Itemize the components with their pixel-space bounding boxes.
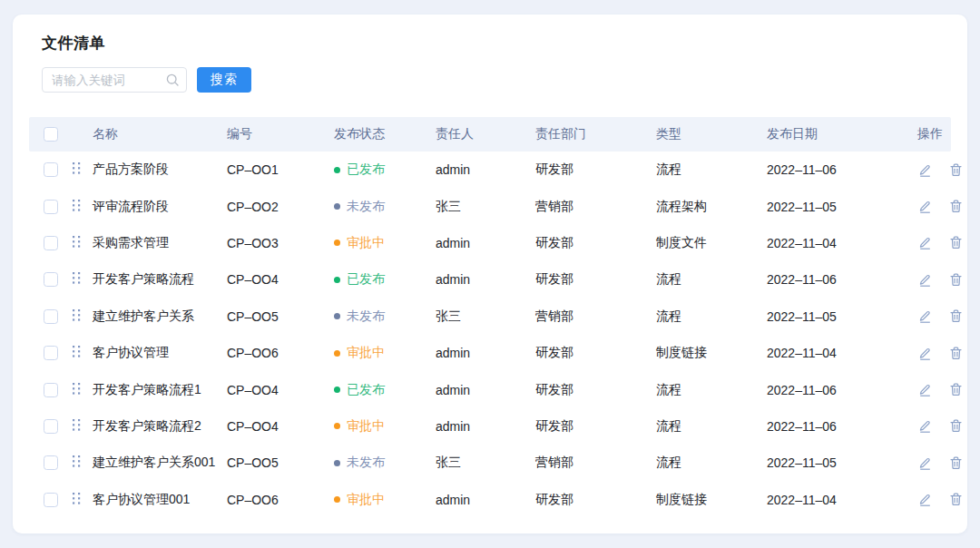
row-checkbox-cell bbox=[29, 383, 73, 397]
delete-button[interactable] bbox=[948, 235, 964, 250]
status-dot-icon bbox=[334, 496, 340, 503]
edit-button[interactable] bbox=[917, 235, 933, 250]
edit-button[interactable] bbox=[917, 199, 933, 214]
row-checkbox[interactable] bbox=[44, 162, 58, 177]
row-drag-cell bbox=[73, 200, 93, 214]
doc-name: 评审流程阶段 bbox=[93, 199, 227, 215]
doc-owner: 张三 bbox=[436, 308, 535, 325]
drag-handle-icon[interactable] bbox=[73, 383, 81, 395]
delete-button[interactable] bbox=[948, 308, 964, 324]
edit-button[interactable] bbox=[917, 346, 933, 361]
delete-button[interactable] bbox=[948, 162, 964, 178]
drag-handle-icon[interactable] bbox=[73, 200, 81, 211]
doc-owner: admin bbox=[436, 162, 535, 177]
doc-department: 营销部 bbox=[535, 199, 656, 215]
edit-button[interactable] bbox=[917, 382, 933, 397]
status-badge: 审批中 bbox=[334, 492, 436, 508]
row-drag-cell bbox=[73, 236, 93, 250]
drag-handle-icon[interactable] bbox=[73, 162, 81, 174]
delete-button[interactable] bbox=[948, 382, 964, 397]
edit-button[interactable] bbox=[917, 308, 933, 324]
status-badge: 已发布 bbox=[334, 161, 436, 178]
status-label: 未发布 bbox=[347, 199, 385, 215]
delete-button[interactable] bbox=[948, 455, 964, 471]
edit-pencil-icon bbox=[917, 346, 933, 361]
row-checkbox-cell bbox=[29, 419, 73, 434]
doc-department: 研发部 bbox=[535, 161, 656, 178]
edit-button[interactable] bbox=[917, 455, 933, 471]
select-all-checkbox[interactable] bbox=[44, 127, 58, 142]
row-checkbox[interactable] bbox=[44, 493, 58, 507]
status-label: 审批中 bbox=[347, 492, 385, 508]
doc-code: CP–OO4 bbox=[227, 383, 334, 397]
row-actions bbox=[894, 199, 964, 214]
row-checkbox[interactable] bbox=[44, 200, 58, 214]
doc-owner: 张三 bbox=[436, 199, 535, 215]
doc-department: 研发部 bbox=[535, 382, 656, 398]
row-checkbox[interactable] bbox=[44, 309, 58, 324]
edit-button[interactable] bbox=[917, 162, 933, 178]
edit-pencil-icon bbox=[917, 455, 933, 471]
drag-handle-icon[interactable] bbox=[73, 346, 81, 357]
delete-button[interactable] bbox=[948, 418, 964, 434]
doc-date: 2022–11–05 bbox=[767, 309, 894, 324]
delete-button[interactable] bbox=[948, 346, 964, 361]
drag-handle-icon[interactable] bbox=[73, 455, 81, 467]
drag-handle-icon[interactable] bbox=[73, 493, 81, 504]
delete-button[interactable] bbox=[948, 492, 964, 507]
delete-button[interactable] bbox=[948, 199, 964, 214]
row-drag-cell bbox=[73, 419, 93, 434]
doc-code: CP–OO2 bbox=[227, 200, 334, 214]
trash-icon bbox=[948, 346, 964, 361]
doc-code: CP–OO6 bbox=[227, 346, 334, 360]
doc-department: 研发部 bbox=[535, 235, 656, 251]
row-checkbox[interactable] bbox=[44, 272, 58, 287]
drag-handle-icon[interactable] bbox=[73, 419, 81, 431]
row-checkbox[interactable] bbox=[44, 455, 58, 470]
status-badge: 已发布 bbox=[334, 382, 436, 398]
doc-name: 产品方案阶段 bbox=[93, 161, 227, 178]
drag-handle-icon[interactable] bbox=[73, 236, 81, 248]
row-checkbox[interactable] bbox=[44, 346, 58, 360]
status-dot-icon bbox=[334, 167, 340, 173]
edit-button[interactable] bbox=[917, 418, 933, 434]
table-row: 客户协议管理 CP–OO6 审批中 admin 研发部 制度链接 2022–11… bbox=[29, 335, 951, 371]
table-row: 建立维护客户关系001 CP–OO5 未发布 张三 营销部 流程 2022–11… bbox=[29, 445, 951, 481]
status-dot-icon bbox=[334, 350, 340, 357]
doc-code: CP–OO5 bbox=[227, 455, 334, 470]
row-drag-cell bbox=[73, 272, 93, 287]
search-button[interactable]: 搜索 bbox=[197, 67, 251, 93]
drag-handle-icon[interactable] bbox=[73, 309, 81, 321]
row-checkbox[interactable] bbox=[44, 419, 58, 434]
row-actions bbox=[894, 418, 964, 434]
doc-type: 流程 bbox=[656, 382, 767, 398]
row-actions bbox=[894, 492, 964, 507]
row-drag-cell bbox=[73, 309, 93, 324]
doc-date: 2022–11–04 bbox=[767, 236, 894, 250]
doc-type: 制度链接 bbox=[656, 345, 767, 361]
doc-date: 2022–11–05 bbox=[767, 200, 894, 214]
doc-name: 开发客户策略流程 bbox=[93, 271, 227, 288]
status-dot-icon bbox=[334, 240, 340, 246]
row-checkbox-cell bbox=[29, 346, 73, 360]
col-name: 名称 bbox=[93, 126, 227, 142]
table-header-row: 名称 编号 发布状态 责任人 责任部门 类型 发布日期 操作 bbox=[29, 117, 951, 152]
delete-button[interactable] bbox=[948, 272, 964, 288]
edit-button[interactable] bbox=[917, 492, 933, 507]
row-checkbox[interactable] bbox=[44, 383, 58, 397]
table-body: 产品方案阶段 CP–OO1 已发布 admin 研发部 流程 2022–11–0… bbox=[29, 152, 951, 518]
file-list-card: 文件清单 搜索 名称 编号 发布状态 责任人 责任部门 类型 发布日期 bbox=[13, 15, 967, 533]
edit-pencil-icon bbox=[917, 235, 933, 250]
edit-button[interactable] bbox=[917, 272, 933, 288]
edit-pencil-icon bbox=[917, 199, 933, 214]
status-label: 未发布 bbox=[347, 308, 385, 325]
drag-handle-icon[interactable] bbox=[73, 272, 81, 284]
doc-department: 研发部 bbox=[535, 492, 656, 508]
status-badge: 未发布 bbox=[334, 455, 436, 471]
doc-owner: 张三 bbox=[436, 455, 535, 471]
doc-owner: admin bbox=[436, 419, 535, 434]
row-drag-cell bbox=[73, 455, 93, 470]
doc-department: 营销部 bbox=[535, 308, 656, 325]
row-checkbox[interactable] bbox=[44, 236, 58, 250]
table-row: 采购需求管理 CP–OO3 审批中 admin 研发部 制度文件 2022–11… bbox=[29, 225, 951, 261]
